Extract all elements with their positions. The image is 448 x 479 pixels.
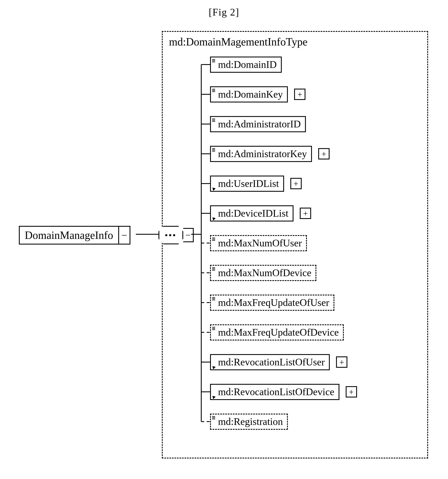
child-row: md:RevocationListOfUser+ [210, 354, 357, 371]
child-element: md:DomainID [210, 57, 282, 73]
element-marker-icon [211, 395, 216, 399]
child-element: md:MaxNumOfUser [210, 235, 307, 251]
child-row: md:RevocationListOfDevice+ [210, 383, 357, 400]
child-element-label: md:DomainID [218, 59, 277, 70]
expand-toggle[interactable]: + [290, 178, 302, 189]
sequence-collapse-toggle[interactable]: − [183, 228, 194, 242]
child-element-label: md:DeviceIDList [218, 207, 288, 219]
children-list: md:DomainIDmd:DomainKey+md:Administrator… [210, 56, 357, 430]
element-marker-icon [211, 186, 216, 191]
child-element: md:AdministratorKey [210, 146, 312, 162]
expand-toggle[interactable]: + [318, 148, 330, 160]
expand-toggle[interactable]: + [336, 356, 347, 368]
expand-toggle[interactable]: + [300, 208, 311, 219]
child-element-label: md:Registration [218, 416, 283, 427]
child-row: md:MaxNumOfDevice [210, 264, 357, 281]
expand-toggle[interactable]: + [294, 89, 305, 100]
child-row: md:AdministratorKey+ [210, 146, 357, 162]
child-element: md:Registration [210, 414, 288, 430]
child-element-label: md:MaxNumOfDevice [218, 267, 311, 279]
sequence-compositor: ▪▪▪ − [158, 226, 194, 244]
child-element: md:UserIDList [210, 176, 284, 192]
child-element-label: md:RevocationListOfDevice [218, 386, 334, 398]
child-element: md:RevocationListOfDevice [210, 384, 339, 400]
element-marker-icon [211, 216, 216, 220]
page: [Fig 2] md:DomainMagementInfoType Domain… [0, 0, 448, 479]
child-element: md:DeviceIDList [210, 205, 293, 221]
element-marker-icon [212, 118, 216, 121]
child-element: md:RevocationListOfUser [210, 354, 330, 370]
child-row: md:UserIDList+ [210, 175, 357, 192]
element-marker-icon [211, 365, 216, 369]
child-row: md:DomainKey+ [210, 86, 357, 103]
child-row: md:AdministratorID [210, 116, 357, 133]
child-row: md:Registration [210, 413, 357, 430]
child-element-label: md:RevocationListOfUser [218, 356, 325, 368]
child-row: md:DeviceIDList+ [210, 205, 357, 222]
child-element-label: md:MaxFreqUpdateOfUser [218, 297, 329, 308]
child-element-label: md:DomainKey [218, 88, 283, 100]
child-element-label: md:UserIDList [218, 178, 279, 189]
element-marker-icon [212, 59, 216, 62]
child-element-label: md:MaxFreqUpdateOfDevice [218, 326, 339, 338]
child-row: md:MaxFreqUpdateOfUser [210, 294, 357, 311]
figure-caption: [Fig 2] [0, 6, 448, 18]
element-marker-icon [212, 237, 216, 240]
child-element: md:MaxNumOfDevice [210, 265, 316, 281]
element-marker-icon [212, 148, 216, 151]
root-element-label: DomainManageInfo [19, 226, 119, 245]
child-element: md:MaxFreqUpdateOfUser [210, 295, 334, 311]
type-title: md:DomainMagementInfoType [169, 36, 307, 48]
child-element-label: md:MaxNumOfUser [218, 237, 302, 249]
expand-toggle[interactable]: + [346, 386, 357, 398]
child-row: md:DomainID [210, 56, 357, 73]
root-element: DomainManageInfo − [19, 226, 130, 245]
child-element-label: md:AdministratorKey [218, 148, 307, 160]
child-row: md:MaxNumOfUser [210, 235, 357, 252]
child-element: md:MaxFreqUpdateOfDevice [210, 324, 344, 340]
child-row: md:MaxFreqUpdateOfDevice [210, 324, 357, 341]
sequence-icon: ▪▪▪ [158, 226, 183, 244]
element-marker-icon [212, 267, 216, 270]
element-marker-icon [212, 88, 216, 92]
element-marker-icon [212, 326, 216, 330]
child-element-label: md:AdministratorID [218, 118, 301, 130]
child-element: md:DomainKey [210, 86, 288, 102]
child-element: md:AdministratorID [210, 116, 306, 132]
root-collapse-toggle[interactable]: − [119, 226, 130, 245]
element-marker-icon [212, 416, 216, 419]
element-marker-icon [212, 297, 216, 300]
